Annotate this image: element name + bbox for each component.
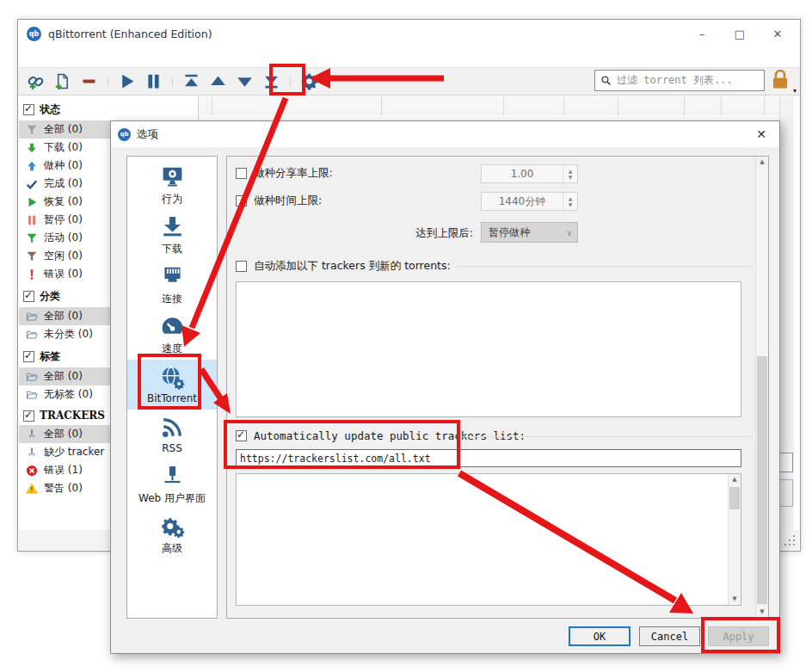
maximize-button[interactable]: □ bbox=[721, 20, 759, 48]
scroll-up-icon[interactable]: ▲ bbox=[756, 157, 768, 168]
scrollbar-thumb[interactable] bbox=[778, 479, 793, 507]
spin-up-icon[interactable]: ▲ bbox=[569, 169, 573, 174]
scrollbar-button[interactable] bbox=[778, 453, 793, 472]
table-column-header[interactable] bbox=[382, 96, 504, 115]
listbox-scrollbar[interactable]: ▲ ▼ bbox=[728, 474, 741, 605]
seed-time-limit-checkbox[interactable] bbox=[236, 195, 247, 207]
table-column-header[interactable] bbox=[618, 96, 685, 115]
options-nav-item[interactable]: RSS bbox=[127, 410, 217, 459]
filter-item-label: 活动 (0) bbox=[44, 231, 83, 245]
seed-ratio-limit-checkbox[interactable] bbox=[236, 168, 247, 179]
toolbar-icon[interactable] bbox=[178, 71, 205, 93]
trackers-list-url-input[interactable] bbox=[236, 449, 741, 467]
lock-icon[interactable]: ▾ bbox=[770, 68, 794, 93]
options-nav-item[interactable]: 速度 bbox=[127, 310, 217, 360]
menu-item[interactable] bbox=[25, 56, 44, 59]
toolbar-icon-glyph bbox=[182, 72, 200, 90]
options-nav-item[interactable]: 高级 bbox=[127, 509, 217, 559]
options-nav-label: 速度 bbox=[162, 342, 182, 356]
filter-item-label: 下载 (0) bbox=[44, 140, 83, 155]
menu-item[interactable] bbox=[82, 56, 101, 59]
seed-ratio-value: 1.00 bbox=[482, 165, 563, 182]
resize-grip[interactable] bbox=[783, 533, 795, 546]
scroll-down-icon[interactable]: ▼ bbox=[729, 594, 741, 605]
filter-item-label: 错误 (0) bbox=[44, 267, 83, 281]
options-nav-icon bbox=[160, 415, 185, 440]
toolbar-icon[interactable] bbox=[205, 71, 231, 93]
trackers-section-checkbox[interactable] bbox=[23, 410, 34, 422]
table-column-header[interactable] bbox=[212, 96, 382, 115]
spin-down-icon[interactable]: ▼ bbox=[569, 202, 573, 207]
options-nav-item[interactable]: 连接 bbox=[127, 260, 217, 310]
table-column-header[interactable] bbox=[722, 96, 765, 115]
table-column-header[interactable] bbox=[564, 96, 618, 115]
toolbar-icon[interactable] bbox=[49, 71, 76, 93]
spin-down-icon[interactable]: ▼ bbox=[569, 175, 573, 180]
toolbar-icon[interactable] bbox=[102, 71, 114, 93]
filter-item-icon bbox=[26, 465, 38, 477]
options-nav-item[interactable]: Web 用户界面 bbox=[127, 459, 217, 509]
toolbar-icon-glyph bbox=[285, 72, 296, 91]
options-nav-item[interactable]: 下载 bbox=[127, 210, 217, 260]
toolbar-icon[interactable] bbox=[285, 71, 296, 93]
toolbar-icon[interactable] bbox=[167, 71, 178, 93]
menu-item[interactable] bbox=[63, 56, 82, 59]
dialog-close-button[interactable]: ✕ bbox=[748, 125, 774, 144]
seed-time-value: 1440分钟 bbox=[482, 193, 563, 210]
filter-item-icon bbox=[26, 483, 38, 495]
auto-add-trackers-checkbox[interactable] bbox=[236, 261, 247, 272]
scrollbar-thumb[interactable] bbox=[729, 487, 740, 509]
settings-scrollbar[interactable]: ▲ ▼ bbox=[755, 157, 768, 618]
auto-add-trackers-textarea[interactable] bbox=[236, 281, 741, 417]
filter-item-label: 恢复 (0) bbox=[44, 194, 83, 209]
seed-time-spinbox[interactable]: 1440分钟 ▲▼ bbox=[481, 192, 578, 211]
lock-dropdown-caret: ▾ bbox=[793, 87, 797, 95]
table-column-header[interactable] bbox=[199, 96, 212, 115]
toolbar-icon[interactable] bbox=[140, 71, 167, 93]
menu-item[interactable] bbox=[44, 56, 63, 59]
dialog-titlebar[interactable]: qb 选项 bbox=[111, 121, 779, 147]
chevron-down-icon: ∨ bbox=[562, 228, 577, 237]
options-nav-item[interactable]: BitTorrent bbox=[127, 360, 217, 410]
public-trackers-listbox[interactable]: ▲ ▼ bbox=[236, 473, 741, 606]
minimize-button[interactable]: – bbox=[683, 20, 721, 48]
options-dialog: qb 选项 ✕ 行为 下载 连接 速度 BitTor bbox=[110, 120, 780, 654]
scrollbar-thumb[interactable] bbox=[757, 356, 767, 604]
toolbar-icon[interactable] bbox=[231, 71, 258, 93]
toolbar-icon[interactable] bbox=[114, 71, 140, 93]
window-titlebar[interactable]: qb qBittorrent (Enhanced Edition) – □ ✕ bbox=[18, 20, 800, 48]
window-title: qBittorrent (Enhanced Edition) bbox=[48, 28, 212, 40]
filter-item-icon bbox=[26, 232, 38, 244]
scroll-up-icon[interactable]: ▲ bbox=[729, 474, 741, 485]
auto-update-trackers-checkbox[interactable] bbox=[236, 430, 247, 441]
options-nav-icon bbox=[160, 264, 185, 289]
apply-button[interactable]: Apply bbox=[708, 626, 769, 646]
seed-ratio-spinbox[interactable]: 1.00 ▲▼ bbox=[481, 164, 578, 183]
search-input[interactable]: 过滤 torrent 列表... bbox=[594, 70, 765, 91]
spin-up-icon[interactable]: ▲ bbox=[569, 196, 573, 201]
menu-item[interactable] bbox=[101, 56, 120, 59]
options-nav-label: 高级 bbox=[162, 541, 182, 556]
table-column-header[interactable] bbox=[685, 96, 722, 115]
filter-item-label: 无标签 (0) bbox=[44, 387, 93, 402]
status-section-checkbox[interactable] bbox=[23, 104, 34, 115]
options-nav-label: Web 用户界面 bbox=[138, 491, 206, 506]
tags-section-checkbox[interactable] bbox=[23, 351, 34, 362]
close-button[interactable]: ✕ bbox=[759, 20, 797, 48]
toolbar-icon[interactable] bbox=[76, 71, 102, 93]
table-column-header[interactable] bbox=[504, 96, 564, 115]
options-nav-label: 行为 bbox=[162, 192, 182, 207]
toolbar-icon[interactable] bbox=[22, 71, 49, 93]
filter-item-label: 错误 (1) bbox=[44, 463, 83, 478]
ok-button[interactable]: OK bbox=[569, 626, 631, 646]
categories-section-checkbox[interactable] bbox=[23, 291, 34, 302]
toolbar-icon[interactable] bbox=[296, 71, 323, 93]
cancel-button[interactable]: Cancel bbox=[639, 626, 700, 646]
scroll-down-icon[interactable]: ▼ bbox=[756, 607, 768, 618]
toolbar-icon[interactable] bbox=[258, 71, 285, 93]
options-nav-icon bbox=[160, 214, 185, 239]
seed-ratio-limit-row: 做种分享率上限: bbox=[236, 166, 333, 181]
toolbar-icon-glyph bbox=[145, 72, 163, 90]
limit-action-dropdown[interactable]: 暂停做种 ∨ bbox=[481, 222, 578, 243]
options-nav-item[interactable]: 行为 bbox=[127, 160, 217, 210]
